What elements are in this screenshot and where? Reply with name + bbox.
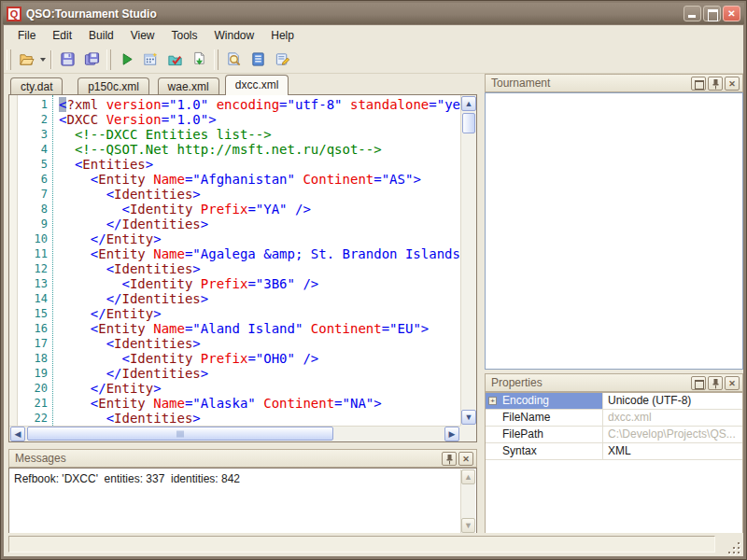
property-name[interactable]: Encoding+ — [486, 393, 603, 409]
property-value[interactable]: dxcc.xml — [603, 410, 742, 426]
properties-pin-button[interactable] — [708, 376, 723, 390]
property-name[interactable]: FileName — [486, 410, 603, 426]
code-line[interactable]: </Identities> — [59, 291, 460, 306]
tournament-panel-header: Tournament — [485, 74, 743, 92]
save-all-button[interactable] — [79, 48, 104, 71]
menu-build[interactable]: Build — [80, 27, 122, 44]
open-file-button[interactable] — [14, 48, 38, 71]
messages-scrollbar[interactable]: ▲ ▼ — [460, 469, 475, 533]
scroll-up-arrow-icon[interactable]: ▲ — [461, 96, 476, 111]
tab-cty-dat[interactable]: cty.dat — [10, 77, 63, 95]
expand-icon[interactable]: + — [488, 397, 497, 405]
tournament-panel: Tournament — [485, 74, 743, 370]
code-line[interactable]: <Identity Prefix="YA" /> — [59, 202, 460, 217]
code-line[interactable]: <Identity Prefix="OH0" /> — [59, 351, 460, 366]
code-line[interactable]: <!--DXCC Entities list--> — [59, 127, 460, 142]
code-line[interactable]: <Identities> — [59, 411, 460, 426]
property-value[interactable]: XML — [603, 443, 742, 459]
property-row-syntax[interactable]: SyntaxXML — [486, 443, 742, 460]
code-line[interactable]: <?xml version="1.0" encoding="utf-8" sta… — [59, 97, 460, 112]
find-button[interactable] — [221, 48, 246, 71]
run-button[interactable] — [114, 48, 138, 71]
toolbar — [4, 46, 743, 74]
property-name[interactable]: Syntax — [486, 443, 603, 459]
code-line[interactable]: <Identity Prefix="3B6" /> — [59, 276, 460, 291]
line-number: 10 — [18, 231, 48, 246]
status-field — [8, 536, 715, 553]
scroll-down-arrow-icon[interactable]: ▼ — [461, 410, 476, 425]
scroll-left-arrow-icon[interactable]: ◀ — [10, 427, 25, 441]
code-area[interactable]: <?xml version="1.0" encoding="utf-8" sta… — [53, 95, 460, 426]
view-log-button[interactable] — [246, 48, 270, 71]
code-editor[interactable]: 12345678910111213141516171819202122 <?xm… — [8, 94, 477, 442]
validate-icon — [167, 51, 183, 67]
vertical-scroll-thumb[interactable] — [462, 113, 475, 133]
tab-p150c-xml[interactable]: p150c.xml — [78, 77, 149, 95]
tab-dxcc-xml[interactable]: dxcc.xml — [225, 75, 289, 95]
code-line[interactable]: <DXCC Version="1.0"> — [59, 112, 460, 127]
messages-close-button[interactable] — [458, 452, 473, 466]
code-line[interactable]: </Identities> — [59, 217, 460, 231]
messages-scroll-up-icon[interactable]: ▲ — [461, 469, 475, 484]
pin-icon — [711, 378, 721, 389]
line-number: 22 — [18, 411, 48, 426]
code-line[interactable]: <Identities> — [59, 336, 460, 351]
line-number: 1 — [18, 97, 48, 112]
title-bar: Q QSO:Tournament Studio — [3, 3, 744, 24]
import-button[interactable] — [187, 48, 211, 71]
resize-grip-icon[interactable] — [727, 541, 740, 553]
messages-pin-button[interactable] — [442, 452, 457, 466]
code-line[interactable]: </Entity> — [59, 306, 460, 321]
code-line[interactable]: <Entity Name="Alaska" Continent="NA"> — [59, 396, 460, 411]
code-line[interactable]: <Entity Name="Agalega &amp; St. Brandon … — [59, 246, 460, 261]
code-line[interactable]: <!--QSOT.Net http://msft.net.ru/qsot--> — [59, 142, 460, 157]
property-name[interactable]: FilePath — [486, 427, 603, 442]
code-line[interactable]: <Entity Name="Aland Island" Continent="E… — [59, 321, 460, 336]
property-value[interactable]: C:\Develop\Projects\QS... — [603, 427, 742, 442]
tournament-body[interactable] — [485, 92, 743, 370]
property-value[interactable]: Unicode (UTF-8) — [603, 393, 742, 409]
tournament-pin-button[interactable] — [708, 77, 723, 91]
line-number: 15 — [18, 306, 48, 321]
validate-button[interactable] — [162, 48, 187, 71]
code-line[interactable]: <Identities> — [59, 261, 460, 276]
menu-view[interactable]: View — [122, 27, 163, 44]
editor-horizontal-scrollbar[interactable]: ◀ ▶ — [9, 426, 460, 441]
scroll-right-arrow-icon[interactable]: ▶ — [444, 427, 459, 441]
minimize-button[interactable] — [684, 6, 701, 21]
import-icon — [191, 51, 207, 67]
code-line[interactable]: <Entity Name="Afghanistan" Continent="AS… — [59, 172, 460, 187]
code-line[interactable]: </Entity> — [59, 231, 460, 246]
close-button[interactable] — [723, 6, 740, 21]
menu-help[interactable]: Help — [262, 27, 303, 44]
properties-grid: Encoding+Unicode (UTF-8)FileNamedxcc.xml… — [485, 392, 743, 534]
menu-tools[interactable]: Tools — [163, 27, 206, 44]
line-number: 12 — [18, 261, 48, 276]
tournament-maximize-button[interactable] — [691, 77, 706, 91]
horizontal-scroll-thumb[interactable] — [27, 427, 333, 441]
tournament-close-button[interactable] — [725, 77, 740, 91]
code-line[interactable]: <Identities> — [59, 187, 460, 202]
find-icon — [226, 51, 242, 67]
property-row-encoding[interactable]: Encoding+Unicode (UTF-8) — [486, 393, 742, 410]
code-line[interactable]: </Entity> — [59, 381, 460, 396]
code-line[interactable]: <Entities> — [59, 157, 460, 172]
menu-edit[interactable]: Edit — [44, 27, 80, 44]
build-button[interactable] — [138, 48, 162, 71]
maximize-button[interactable] — [703, 6, 721, 21]
property-row-filename[interactable]: FileNamedxcc.xml — [486, 410, 742, 427]
menu-window[interactable]: Window — [206, 27, 263, 44]
save-button[interactable] — [55, 48, 79, 71]
tab-wae-xml[interactable]: wae.xml — [158, 77, 219, 95]
editor-vertical-scrollbar[interactable]: ▲ ▼ — [460, 95, 476, 426]
editor-content[interactable]: 12345678910111213141516171819202122 <?xm… — [9, 95, 460, 426]
menu-file[interactable]: File — [9, 27, 44, 44]
properties-close-button[interactable] — [725, 376, 740, 390]
property-row-filepath[interactable]: FilePathC:\Develop\Projects\QS... — [486, 427, 742, 443]
edit-properties-button[interactable] — [270, 48, 294, 71]
messages-scroll-down-icon[interactable]: ▼ — [461, 518, 475, 533]
line-number: 16 — [18, 321, 48, 336]
code-line[interactable]: </Identities> — [59, 366, 460, 381]
properties-maximize-button[interactable] — [691, 376, 706, 390]
open-dropdown-arrow-icon[interactable] — [38, 48, 48, 71]
